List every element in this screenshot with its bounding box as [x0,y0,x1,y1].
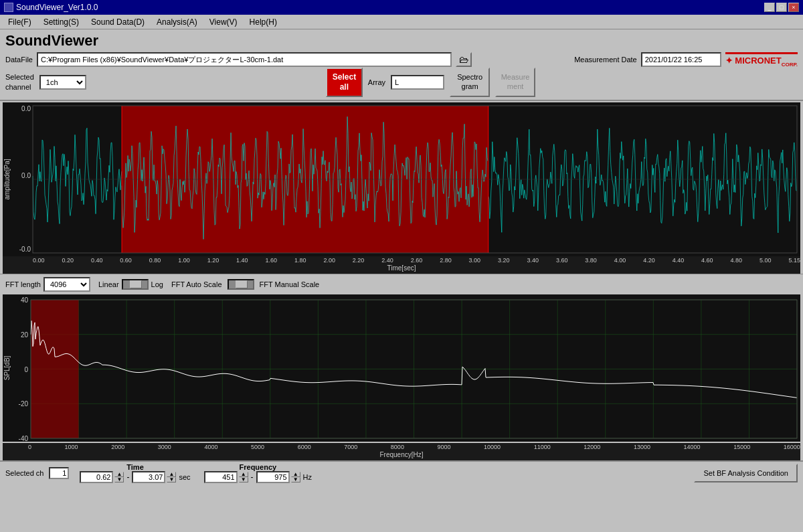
menu-view[interactable]: View(V) [204,16,243,28]
freq-label-12: 12000 [584,444,600,450]
second-control-row: Selectedchannel 1ch2ch3ch4ch Select all … [5,68,798,97]
fft-auto-scale-label: FFT Auto Scale [171,280,222,288]
minimize-btn[interactable]: _ [764,3,775,12]
fft-canvas[interactable] [3,294,800,442]
time-axis-title: Time[sec] [3,264,800,274]
fft-length-group: FFT length 5121024204840968192 [5,277,90,292]
channel-select[interactable]: 1ch2ch3ch4ch [39,75,86,90]
freq-label-16: 16000 [784,444,800,450]
freq-start-input[interactable] [204,471,238,483]
freq-end-control: ▲ ▼ [256,471,300,483]
measurement-date-label: Measurement Date [574,55,637,64]
time-label-26: 5.15 [788,257,800,264]
freq-label-8: 8000 [391,444,404,450]
time-label-6: 1.20 [207,257,219,264]
measurement-date-input[interactable] [641,52,721,67]
time-label-4: 0.80 [149,257,161,264]
time-label-10: 2.00 [323,257,335,264]
time-start-control: ▲ ▼ [80,471,124,483]
fft-scale-group: FFT Auto Scale FFT Manual Scale [171,279,319,290]
status-bar: Selected ch Time ▲ ▼ - ▲ ▼ sec [0,460,803,484]
freq-unit: Hz [303,473,312,481]
spectrogram-button[interactable]: Spectrogram [450,68,490,97]
fft-scale-thumb [236,280,248,288]
app-title: SoundViewer [5,32,798,50]
micronet-logo: ✦ MICRONETCORP. [725,52,798,68]
freq-end-down[interactable]: ▼ [291,477,300,482]
time-section-label: Time [126,463,143,471]
toggle-thumb [130,280,142,288]
time-end-input[interactable] [132,471,165,483]
time-label-3: 0.60 [120,257,132,264]
log-label: Log [151,280,163,288]
time-start-input[interactable] [80,471,113,483]
time-start-spinner: ▲ ▼ [114,472,124,482]
time-label-8: 1.60 [266,257,278,264]
freq-label-13: 13000 [634,444,650,450]
data-file-input[interactable] [37,52,452,67]
data-file-label: DataFile [5,56,33,64]
time-label-23: 4.60 [701,257,713,264]
menu-sound-data[interactable]: Sound Data(D) [86,16,150,28]
channel-label: Selectedchannel [5,72,34,92]
set-bf-button[interactable]: Set BF Analysis Condition [694,464,798,482]
freq-axis-row: 0 1000 2000 3000 4000 5000 6000 7000 800… [3,443,800,451]
freq-label-9: 9000 [437,444,450,450]
time-label-1: 0.20 [62,257,74,264]
time-label-12: 2.40 [381,257,393,264]
freq-label-11: 11000 [534,444,551,450]
freq-start-down[interactable]: ▼ [239,477,248,482]
menu-help[interactable]: Help(H) [244,16,282,28]
title-bar: SoundViewer_Ver1.0.0 _ □ × [0,0,803,15]
time-label-15: 3.00 [469,257,481,264]
time-label-2: 0.40 [91,257,103,264]
close-btn[interactable]: × [788,3,799,12]
time-label-18: 3.60 [556,257,568,264]
freq-label-2: 2000 [111,444,124,450]
time-label-25: 5.00 [760,257,772,264]
freq-label-5: 5000 [251,444,264,450]
array-label: Array [368,78,385,86]
folder-button[interactable]: 🗁 [456,52,472,67]
time-label-5: 1.00 [178,257,190,264]
freq-axis-title: Frequency[Hz] [3,451,800,460]
measurement-button[interactable]: Measurement [495,68,535,97]
freq-start-spinner: ▲ ▼ [239,472,248,482]
freq-end-spinner: ▲ ▼ [291,472,300,482]
time-start-down[interactable]: ▼ [114,477,124,482]
freq-label-10: 10000 [484,444,501,450]
time-label-13: 2.60 [411,257,423,264]
time-label-22: 4.40 [673,257,685,264]
fft-controls: FFT length 5121024204840968192 Linear Lo… [0,274,803,294]
title-bar-text: SoundViewer_Ver1.0.0 [16,3,98,12]
array-input[interactable] [391,75,444,90]
selected-ch-input[interactable] [49,467,69,479]
time-label-11: 2.20 [353,257,365,264]
time-label-16: 3.20 [498,257,510,264]
freq-label-6: 6000 [298,444,311,450]
waveform-canvas[interactable] [3,102,800,256]
freq-label-4: 4000 [204,444,217,450]
menu-analysis[interactable]: Analysis(A) [151,16,203,28]
time-label-19: 3.80 [585,257,597,264]
menu-setting[interactable]: Setting(S) [38,16,84,28]
fft-length-label: FFT length [5,280,41,288]
fft-length-select[interactable]: 5121024204840968192 [43,277,90,292]
menu-file[interactable]: File(F) [3,16,37,28]
time-label-17: 3.40 [527,257,539,264]
time-end-down[interactable]: ▼ [167,477,176,482]
data-file-row: DataFile 🗁 Measurement Date ✦ MICRONETCO… [5,52,798,68]
waveform-section [3,102,800,256]
freq-end-input[interactable] [256,471,290,483]
menu-bar: File(F) Setting(S) Sound Data(D) Analysi… [0,15,803,29]
time-label-0: 0.00 [33,257,45,264]
fft-chart-section [3,294,800,442]
selected-ch-label: Selected ch [5,469,43,477]
freq-label-14: 14000 [684,444,701,450]
fft-scale-toggle[interactable] [228,279,254,290]
select-all-button[interactable]: Select all [326,68,363,97]
time-unit: sec [179,473,190,481]
maximize-btn[interactable]: □ [776,3,787,12]
linear-log-toggle[interactable] [122,279,149,290]
measurement-section: Measurement Date ✦ MICRONETCORP. [574,52,798,68]
